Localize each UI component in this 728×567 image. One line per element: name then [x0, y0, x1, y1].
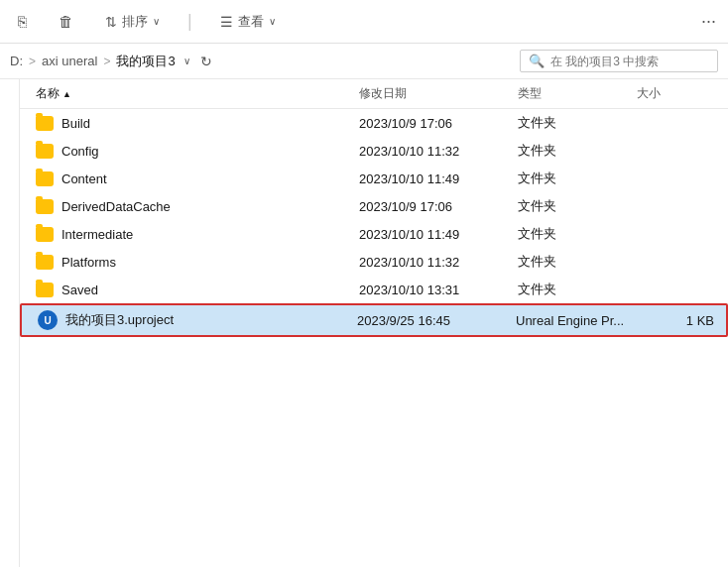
file-name-cell: Platforms — [36, 255, 359, 270]
breadcrumb-dropdown-icon[interactable]: ∨ — [183, 56, 190, 66]
breadcrumb-refresh-button[interactable]: ↻ — [200, 54, 212, 69]
copy-button[interactable]: ⎘ — [12, 9, 33, 34]
file-name: Saved — [61, 283, 98, 297]
view-chevron-icon: ∨ — [269, 16, 276, 27]
file-name-cell: U 我的项目3.uproject — [38, 310, 357, 330]
table-row[interactable]: Build 2023/10/9 17:06 文件夹 — [20, 109, 728, 137]
file-name: Platforms — [61, 255, 116, 270]
view-icon: ☰ — [220, 14, 233, 30]
table-row[interactable]: U 我的项目3.uproject 2023/9/25 16:45 Unreal … — [20, 303, 728, 337]
table-row[interactable]: Platforms 2023/10/10 11:32 文件夹 — [20, 248, 728, 276]
file-type: 文件夹 — [518, 197, 637, 215]
table-row[interactable]: Content 2023/10/10 11:49 文件夹 — [20, 165, 728, 192]
file-name: Config — [61, 144, 99, 159]
file-name: 我的项目3.uproject — [65, 311, 174, 329]
sort-icon: ⇅ — [105, 14, 117, 30]
file-name-cell: Content — [36, 171, 359, 186]
col-header-name[interactable]: 名称 ▲ — [36, 85, 359, 102]
folder-icon — [36, 171, 54, 186]
file-name: Content — [61, 171, 107, 186]
sort-button[interactable]: ⇅ 排序 ∨ — [99, 9, 166, 35]
file-name-cell: Config — [36, 144, 359, 159]
breadcrumb-sep1: > — [29, 55, 36, 68]
toolbar: ⎘ 🗑 ⇅ 排序 ∨ | ☰ 查看 ∨ ··· — [0, 0, 728, 44]
file-type: 文件夹 — [518, 114, 637, 132]
file-date: 2023/10/9 17:06 — [359, 199, 518, 214]
table-row[interactable]: Saved 2023/10/10 13:31 文件夹 — [20, 276, 728, 303]
column-headers: 名称 ▲ 修改日期 类型 大小 — [20, 79, 728, 109]
col-header-type[interactable]: 类型 — [518, 85, 637, 102]
file-type: 文件夹 — [518, 142, 637, 160]
file-date: 2023/10/10 11:49 — [359, 171, 518, 186]
breadcrumb-bar: D: > axi uneral > 我的项目3 ∨ ↻ 🔍 — [0, 44, 728, 79]
delete-button[interactable]: 🗑 — [53, 9, 79, 34]
file-name-cell: Saved — [36, 283, 359, 297]
toolbar-separator: | — [187, 11, 192, 32]
file-type: 文件夹 — [518, 253, 637, 271]
view-label: 查看 — [238, 13, 264, 31]
file-name: DerivedDataCache — [61, 199, 171, 214]
file-type: 文件夹 — [518, 170, 637, 187]
file-name-cell: Build — [36, 116, 359, 131]
breadcrumb-drive[interactable]: D: — [10, 54, 23, 68]
sort-arrow-icon: ▲ — [62, 89, 71, 99]
file-size: 1 KB — [635, 313, 714, 328]
table-row[interactable]: Intermediate 2023/10/10 11:49 文件夹 — [20, 220, 728, 248]
file-name-cell: DerivedDataCache — [36, 199, 359, 214]
breadcrumb-current: 我的项目3 — [116, 53, 175, 70]
file-type: 文件夹 — [518, 225, 637, 243]
folder-icon — [36, 283, 54, 297]
copy-icon: ⎘ — [18, 13, 27, 30]
main-content: 名称 ▲ 修改日期 类型 大小 Build 2023/10/9 17:06 文件… — [20, 79, 728, 567]
col-header-size[interactable]: 大小 — [637, 85, 716, 102]
left-nav-pane — [0, 79, 20, 567]
breadcrumb-folder1[interactable]: axi uneral — [42, 54, 97, 68]
folder-icon — [36, 144, 54, 159]
file-list: Build 2023/10/9 17:06 文件夹 Config 2023/10… — [20, 109, 728, 337]
search-icon: 🔍 — [529, 54, 545, 68]
view-button[interactable]: ☰ 查看 ∨ — [214, 9, 282, 35]
file-date: 2023/10/9 17:06 — [359, 116, 518, 131]
explorer: 名称 ▲ 修改日期 类型 大小 Build 2023/10/9 17:06 文件… — [0, 79, 728, 567]
file-date: 2023/10/10 11:49 — [359, 227, 518, 242]
search-input[interactable] — [550, 55, 709, 68]
file-date: 2023/10/10 11:32 — [359, 144, 518, 159]
file-name: Intermediate — [61, 227, 133, 242]
sort-chevron-icon: ∨ — [153, 16, 160, 27]
file-date: 2023/10/10 11:32 — [359, 255, 518, 270]
breadcrumb-sep2: > — [103, 55, 110, 68]
more-button[interactable]: ··· — [701, 11, 716, 32]
table-row[interactable]: Config 2023/10/10 11:32 文件夹 — [20, 137, 728, 165]
sort-label: 排序 — [122, 13, 148, 31]
file-date: 2023/9/25 16:45 — [357, 313, 516, 328]
delete-icon: 🗑 — [59, 13, 73, 30]
file-name: Build — [61, 116, 90, 131]
file-name-cell: Intermediate — [36, 227, 359, 242]
file-date: 2023/10/10 13:31 — [359, 283, 518, 297]
folder-icon — [36, 255, 54, 270]
uproject-icon: U — [38, 310, 58, 330]
table-row[interactable]: DerivedDataCache 2023/10/9 17:06 文件夹 — [20, 192, 728, 220]
folder-icon — [36, 227, 54, 242]
folder-icon — [36, 116, 54, 131]
search-box[interactable]: 🔍 — [520, 50, 718, 72]
file-type: 文件夹 — [518, 281, 637, 298]
file-type: Unreal Engine Pr... — [516, 313, 635, 328]
folder-icon — [36, 199, 54, 214]
col-header-date[interactable]: 修改日期 — [359, 85, 518, 102]
